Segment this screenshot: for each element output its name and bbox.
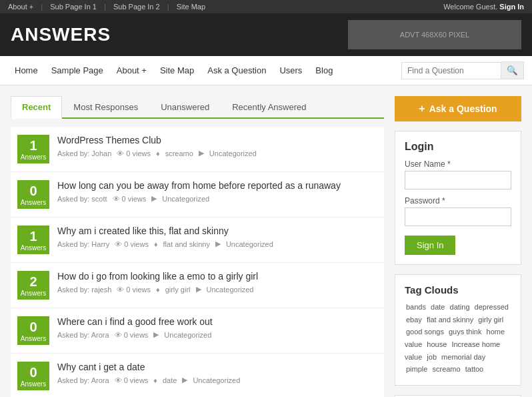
nav-blog[interactable]: Blog [309,56,339,85]
answer-number: 0 [20,366,47,379]
question-body: How long can you be away from home befor… [57,180,377,203]
question-views: 👁0 views [117,286,151,294]
tag-link[interactable]: job [427,353,437,361]
question-item: 1 Answers Why am i created like this, fl… [11,218,384,263]
top-about-link[interactable]: About + [8,3,33,11]
nav-home[interactable]: Home [8,56,45,85]
question-tabs: Recent Most Responses Unanswered Recentl… [11,96,384,119]
tag-link[interactable]: house [427,340,447,348]
tag-link[interactable]: dating [450,303,470,311]
tab-recently-answered[interactable]: Recently Answered [221,96,317,119]
password-label: Password * [405,196,511,206]
tag-link[interactable]: flat and skinny [427,316,473,324]
tag-link[interactable]: date [431,303,445,311]
site-header: ANSWERS ADVT 468X60 PIXEL [0,13,532,56]
nav-about[interactable]: About + [110,56,153,85]
top-subpage2-link[interactable]: Sub Page In 2 [113,3,160,11]
question-category: Uncategorized [164,331,211,339]
username-label: User Name * [405,159,511,169]
question-meta: Asked by: Arora👁0 views♦date▶Uncategoriz… [57,376,377,384]
answer-number: 2 [20,275,47,288]
tag-link[interactable]: ebay [406,316,422,324]
tab-unanswered[interactable]: Unanswered [149,96,221,119]
question-category: Uncategorized [207,286,254,294]
question-meta: Asked by: Arora👁0 views▶Uncategorized [57,330,377,339]
tab-recent[interactable]: Recent [11,96,62,119]
question-item: 0 Answers How long can you be away from … [11,172,384,218]
tag-cloud-content: bands date dating depressed ebay flat an… [405,301,511,376]
tag-icon: ♦ [153,376,157,384]
question-meta: Asked by: rajesh👁0 views♦girly girl▶Unca… [57,285,377,294]
top-bar-links: About + | Sub Page In 1 | Sub Page In 2 … [8,3,211,11]
question-title[interactable]: WordPress Themes Club [57,135,377,145]
answers-label: Answers [20,335,47,342]
category-icon: ▶ [182,376,187,384]
top-bar: About + | Sub Page In 1 | Sub Page In 2 … [0,0,532,13]
login-title: Login [405,141,511,153]
tag-link[interactable]: good songs [406,328,444,336]
question-item: 0 Answers Why cant i get a date Asked by… [11,354,384,397]
sign-in-button[interactable]: Sign In [405,236,455,255]
tag-link[interactable]: memorial day [441,353,485,361]
question-body: WordPress Themes Club Asked by: Johan👁0 … [57,135,377,157]
tag-link[interactable]: pimple [406,365,427,373]
tag-link[interactable]: tattoo [465,365,484,373]
answer-count: 0 Answers [17,362,49,390]
nav-users[interactable]: Users [273,56,309,85]
question-item: 2 Answers How do i go from looking like … [11,263,384,308]
tab-most-responses[interactable]: Most Responses [62,96,149,119]
main-content: Recent Most Responses Unanswered Recentl… [11,96,384,397]
main-nav: Home Sample Page About + Site Map Ask a … [0,56,532,85]
question-tag: flat and skinny [163,240,210,248]
answer-count: 0 Answers [17,180,49,209]
tag-link[interactable]: guys think [449,328,482,336]
nav-sample-page[interactable]: Sample Page [45,56,110,85]
top-subpage1-link[interactable]: Sub Page In 1 [50,3,97,11]
ask-question-button[interactable]: + Ask a Question [395,96,521,121]
question-item: 0 Answers Where can i find a good free w… [11,308,384,354]
tag-link[interactable]: depressed [475,303,509,311]
answers-label: Answers [20,153,47,161]
question-asked-by: Asked by: Johan [57,149,111,157]
question-category: Uncategorized [209,149,257,157]
password-input[interactable] [405,208,511,226]
question-title[interactable]: How do i go from looking like a emo to a… [57,271,377,282]
category-icon: ▶ [153,330,159,339]
answer-count: 1 Answers [17,226,49,254]
top-sitemap-link[interactable]: Site Map [177,3,205,11]
questions-list: 1 Answers WordPress Themes Club Asked by… [11,127,384,397]
answer-number: 1 [20,230,47,243]
sign-in-link[interactable]: Sign In [499,3,524,11]
search-button[interactable]: 🔍 [501,61,524,79]
page-body: Recent Most Responses Unanswered Recentl… [0,85,532,397]
question-meta: Asked by: Harry👁0 views♦flat and skinny▶… [57,240,377,248]
search-input[interactable] [401,62,501,79]
question-title[interactable]: Why cant i get a date [57,362,377,372]
tag-icon: ♦ [156,286,160,294]
category-icon: ▶ [196,285,201,294]
category-icon: ▶ [215,240,221,248]
question-title[interactable]: How long can you be away from home befor… [57,180,377,191]
username-input[interactable] [405,171,511,189]
question-title[interactable]: Where can i find a good free work out [57,316,377,327]
tag-link[interactable]: girly girl [478,316,503,324]
question-body: Why am i created like this, flat and ski… [57,226,377,248]
category-icon: ▶ [151,194,157,203]
question-meta: Asked by: scott👁0 views▶Uncategorized [57,194,377,203]
answers-label: Answers [20,199,47,206]
question-title[interactable]: Why am i created like this, flat and ski… [57,226,377,236]
question-category: Uncategorized [193,376,240,384]
tag-link[interactable]: screamo [432,365,460,373]
question-asked-by: Asked by: Harry [57,240,109,248]
nav-search: 🔍 [401,61,524,79]
question-views: 👁0 views [115,331,149,339]
nav-site-map[interactable]: Site Map [153,56,201,85]
tag-icon: ♦ [154,240,158,248]
tag-link[interactable]: bands [406,303,426,311]
answer-number: 0 [20,184,47,197]
answer-count: 1 Answers [17,135,49,163]
answer-count: 2 Answers [17,271,49,300]
nav-ask-question[interactable]: Ask a Question [201,56,273,85]
question-tag: screamo [165,149,193,157]
header-ad: ADVT 468X60 PIXEL [348,20,521,49]
